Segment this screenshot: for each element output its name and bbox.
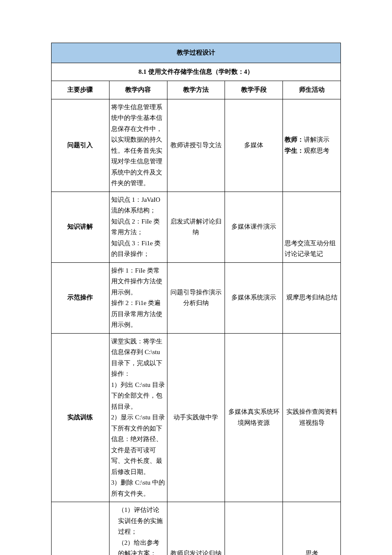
activity-cell: 实践操作查阅资料巡视指导 bbox=[283, 333, 341, 502]
step-cell: 实战训练 bbox=[52, 333, 110, 502]
means-cell: 多媒体 bbox=[225, 99, 283, 192]
header-row: 主要步骤 教学内容 教学方法 教学手段 师生活动 bbox=[52, 81, 341, 99]
student-label: 学生： bbox=[285, 147, 304, 154]
step-cell: 评估讨论 bbox=[52, 502, 110, 555]
means-cell: 多媒体真实系统环境网络资源 bbox=[225, 333, 283, 502]
activity-cell: 观摩思考归纳总结 bbox=[283, 262, 341, 333]
table-row: 评估讨论 （1）评估讨论实训任务的实施过程； （2）给出参考的解决方案； （3）… bbox=[52, 502, 341, 555]
means-cell: 多媒体课件演示 bbox=[225, 192, 283, 262]
header-step: 主要步骤 bbox=[52, 81, 110, 99]
method-cell: 启发式讲解讨论归纳 bbox=[167, 192, 225, 262]
method-cell: 动手实践做中学 bbox=[167, 333, 225, 502]
subtitle-row: 8.1 使用文件存储学生信息（学时数：4） bbox=[52, 63, 341, 81]
lesson-plan-table: 教学过程设计 8.1 使用文件存储学生信息（学时数：4） 主要步骤 教学内容 教… bbox=[51, 43, 341, 555]
header-activity: 师生活动 bbox=[283, 81, 341, 99]
activity-cell: 思考交流互动分组讨论记录笔记 bbox=[283, 192, 341, 262]
activity-cell: 教师：讲解演示 学生：观察思考 bbox=[283, 99, 341, 192]
content-cell: 操作 1：FiIe 类常用文件操作方法使用示例。 操作 2：Fi1e 类遍历目录… bbox=[109, 262, 167, 333]
method-cell: 教师启发讨论归纳分数激励 bbox=[167, 502, 225, 555]
content-cell: （1）评估讨论实训任务的实施过程； （2）给出参考的解决方案； （3）展示讨论学… bbox=[109, 502, 167, 555]
header-content: 教学内容 bbox=[109, 81, 167, 99]
method-cell: 问题引导操作演示分析归纳 bbox=[167, 262, 225, 333]
title-row: 教学过程设计 bbox=[52, 43, 341, 63]
activity-cell: 思考 结果演示 bbox=[283, 502, 341, 555]
table-title: 教学过程设计 bbox=[52, 43, 341, 63]
header-means: 教学手段 bbox=[225, 81, 283, 99]
teacher-label: 教师： bbox=[285, 136, 304, 143]
step-cell: 示范操作 bbox=[52, 262, 110, 333]
content-cell: 课堂实践：将学生信息保存到 C:\stu 目录下，完成以下操作： 1）列出 C:… bbox=[109, 333, 167, 502]
teacher-text: 讲解演示 bbox=[304, 136, 329, 143]
table-subtitle: 8.1 使用文件存储学生信息（学时数：4） bbox=[52, 63, 341, 81]
header-method: 教学方法 bbox=[167, 81, 225, 99]
step-cell: 问题引入 bbox=[52, 99, 110, 192]
table-row: 实战训练 课堂实践：将学生信息保存到 C:\stu 目录下，完成以下操作： 1）… bbox=[52, 333, 341, 502]
table-row: 示范操作 操作 1：FiIe 类常用文件操作方法使用示例。 操作 2：Fi1e … bbox=[52, 262, 341, 333]
content-cell: 将学生信息管理系统中的学生基本信息保存在文件中，以实现数据的持久性。本任务首先实… bbox=[109, 99, 167, 192]
means-cell: 多媒体系统演示 bbox=[225, 262, 283, 333]
method-cell: 教师讲授引导文法 bbox=[167, 99, 225, 192]
table-row: 知识讲解 知识点 1：JaVaIO 流的体系结构； 知识点 2：FiIe 类常用… bbox=[52, 192, 341, 262]
table-row: 问题引入 将学生信息管理系统中的学生基本信息保存在文件中，以实现数据的持久性。本… bbox=[52, 99, 341, 192]
means-cell: 实训项目单 bbox=[225, 502, 283, 555]
content-cell: 知识点 1：JaVaIO 流的体系结构； 知识点 2：FiIe 类常用方法； 知… bbox=[109, 192, 167, 262]
student-text: 观察思考 bbox=[304, 147, 329, 154]
step-cell: 知识讲解 bbox=[52, 192, 110, 262]
